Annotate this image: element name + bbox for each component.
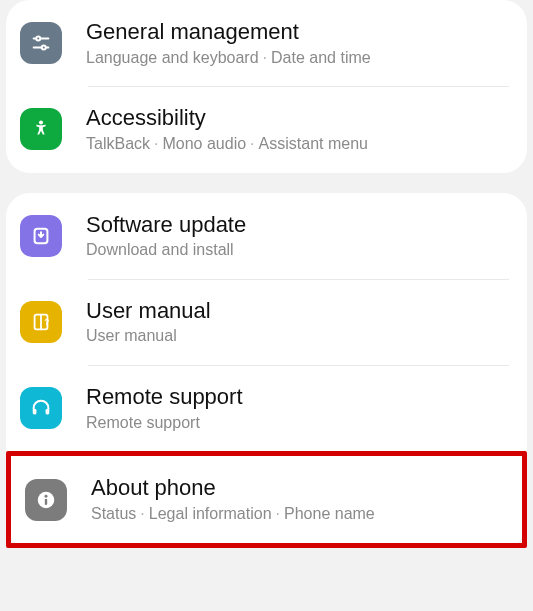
info-icon (25, 479, 67, 521)
item-subtitle: Download and install (86, 240, 515, 261)
svg-point-1 (36, 37, 40, 41)
headset-icon (20, 387, 62, 429)
item-title: Accessibility (86, 104, 515, 132)
item-software-update[interactable]: Software update Download and install (6, 193, 527, 279)
svg-rect-13 (45, 498, 47, 504)
item-accessibility[interactable]: Accessibility TalkBack·Mono audio·Assist… (6, 86, 527, 172)
item-text: About phone Status·Legal information·Pho… (91, 474, 510, 524)
item-text: Accessibility TalkBack·Mono audio·Assist… (86, 104, 515, 154)
item-user-manual[interactable]: ? User manual User manual (6, 279, 527, 365)
item-title: General management (86, 18, 515, 46)
item-remote-support[interactable]: Remote support Remote support (6, 365, 527, 451)
item-text: Software update Download and install (86, 211, 515, 261)
svg-point-12 (45, 494, 48, 497)
svg-point-3 (42, 46, 46, 50)
highlight-about-phone: About phone Status·Legal information·Pho… (6, 451, 527, 547)
svg-point-4 (39, 121, 43, 125)
item-title: User manual (86, 297, 515, 325)
item-text: Remote support Remote support (86, 383, 515, 433)
settings-group-2: Software update Download and install ? U… (6, 193, 527, 548)
book-icon: ? (20, 301, 62, 343)
item-text: User manual User manual (86, 297, 515, 347)
settings-group-1: General management Language and keyboard… (6, 0, 527, 173)
sliders-icon (20, 22, 62, 64)
svg-rect-9 (33, 409, 37, 415)
item-general-management[interactable]: General management Language and keyboard… (6, 0, 527, 86)
svg-text:?: ? (44, 318, 49, 327)
item-subtitle: TalkBack·Mono audio·Assistant menu (86, 134, 515, 155)
item-title: About phone (91, 474, 510, 502)
item-title: Remote support (86, 383, 515, 411)
accessibility-icon (20, 108, 62, 150)
item-about-phone[interactable]: About phone Status·Legal information·Pho… (11, 456, 522, 542)
item-subtitle: Remote support (86, 413, 515, 434)
download-icon (20, 215, 62, 257)
item-subtitle: User manual (86, 326, 515, 347)
item-text: General management Language and keyboard… (86, 18, 515, 68)
svg-rect-10 (46, 409, 50, 415)
item-subtitle: Status·Legal information·Phone name (91, 504, 510, 525)
item-subtitle: Language and keyboard·Date and time (86, 48, 515, 69)
item-title: Software update (86, 211, 515, 239)
